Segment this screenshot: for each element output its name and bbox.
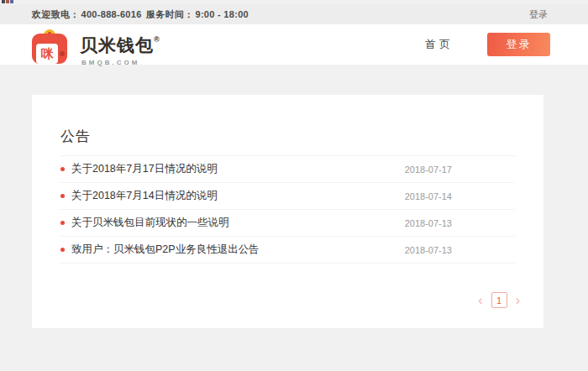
site-header: 咪 贝米钱包® BMQB.COM 首页 登录 — [0, 24, 588, 65]
logo-knob-dot — [60, 51, 65, 56]
bullet-icon — [60, 221, 65, 225]
login-button[interactable]: 登录 — [487, 33, 550, 56]
announcement-link[interactable]: 关于2018年7月17日情况的说明 — [71, 162, 218, 176]
announcement-link[interactable]: 关于贝米钱包目前现状的一些说明 — [71, 216, 229, 230]
service-hours: 9:00 - 18:00 — [195, 9, 249, 19]
logo-bag-shape: 咪 — [32, 34, 67, 64]
next-page-icon[interactable]: › — [516, 293, 520, 308]
brand-logo[interactable]: 咪 贝米钱包® BMQB.COM — [32, 29, 250, 65]
announcement-date: 2018-07-13 — [405, 245, 452, 255]
announcement-date: 2018-07-17 — [405, 165, 452, 175]
prev-page-icon[interactable]: ‹ — [478, 293, 482, 308]
service-phone-info: 欢迎致电：400-888-6016 服务时间：9:00 - 18:00 — [32, 8, 250, 21]
bullet-icon — [60, 248, 65, 252]
page-title: 公告 — [60, 127, 515, 146]
registered-trademark-mark: ® — [154, 35, 160, 44]
pagination: ‹ 1 › — [478, 292, 520, 308]
announcement-row: 关于贝米钱包目前现状的一些说明 2018-07-13 — [60, 210, 515, 237]
brand-name: 贝米钱包 — [80, 35, 154, 55]
announcements-panel: 公告 关于2018年7月17日情况的说明 2018-07-17 关于2018年7… — [32, 95, 543, 328]
wallet-logo-icon: 咪 — [32, 29, 67, 64]
main-nav: 首页 登录 — [425, 24, 550, 65]
phone-number: 400-888-6016 — [81, 9, 142, 19]
announcement-date: 2018-07-13 — [405, 218, 452, 228]
page-number-button[interactable]: 1 — [491, 292, 507, 308]
announcement-link[interactable]: 致用户：贝米钱包P2P业务良性退出公告 — [71, 243, 260, 257]
announcement-row: 关于2018年7月14日情况的说明 2018-07-14 — [60, 183, 515, 210]
bullet-icon — [60, 194, 65, 198]
topbar-login-link[interactable]: 登录 — [529, 8, 548, 21]
bullet-icon — [60, 167, 65, 171]
top-utility-bar: 欢迎致电：400-888-6016 服务时间：9:00 - 18:00 登录 — [0, 4, 588, 24]
brand-domain: BMQB.COM — [81, 59, 160, 66]
logo-glyph: 咪 — [36, 44, 58, 64]
announcements-heading-row: 公告 — [60, 95, 515, 156]
announcement-link[interactable]: 关于2018年7月14日情况的说明 — [71, 189, 218, 203]
announcement-date: 2018-07-14 — [405, 191, 452, 201]
welcome-label: 欢迎致电： — [32, 9, 80, 19]
brand-text: 贝米钱包® BMQB.COM — [80, 34, 160, 66]
nav-home-link[interactable]: 首页 — [425, 37, 454, 52]
service-time-label: 服务时间： — [146, 9, 194, 19]
announcement-row: 关于2018年7月17日情况的说明 2018-07-17 — [60, 156, 515, 183]
announcement-row: 致用户：贝米钱包P2P业务良性退出公告 2018-07-13 — [60, 237, 515, 264]
browser-artifact — [2, 0, 13, 3]
